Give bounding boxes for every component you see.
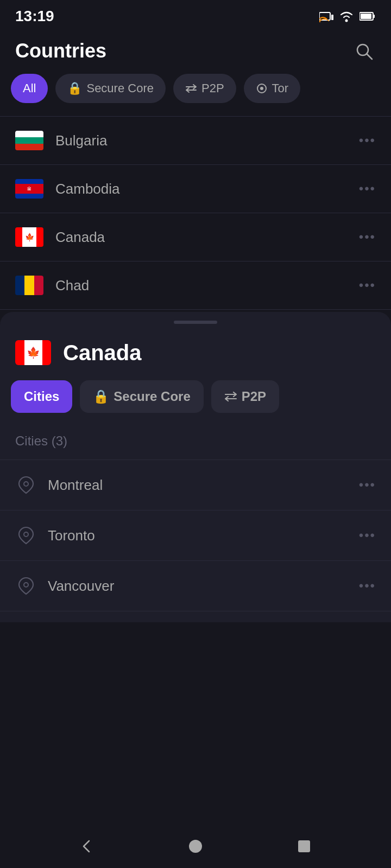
- tab-p2p-label: P2P: [201, 81, 224, 95]
- sheet-flag-canada: 🍁: [15, 340, 51, 365]
- lock-icon: 🔒: [67, 81, 82, 95]
- nav-bar: [0, 825, 391, 868]
- cities-list: Montreal ••• Toronto ••• Vancouver •••: [0, 459, 391, 611]
- back-arrow-icon: [79, 839, 94, 854]
- more-button-toronto[interactable]: •••: [359, 528, 376, 543]
- nav-back-button[interactable]: [73, 833, 100, 860]
- search-icon: [354, 41, 374, 61]
- nav-recents-button[interactable]: [291, 833, 318, 860]
- tor-icon: [256, 82, 268, 94]
- handle-bar: [174, 321, 217, 324]
- sheet-tab-cities[interactable]: Cities: [11, 380, 72, 413]
- sheet-tab-secure-core[interactable]: 🔒 Secure Core: [80, 380, 203, 413]
- more-button-chad[interactable]: •••: [359, 278, 376, 293]
- city-item-toronto[interactable]: Toronto •••: [0, 510, 391, 561]
- status-time: 13:19: [15, 8, 54, 25]
- sheet-tab-p2p-label: P2P: [242, 389, 266, 404]
- city-name-montreal: Montreal: [48, 477, 359, 494]
- flag-cambodia: 🏛: [15, 179, 43, 199]
- more-button-canada[interactable]: •••: [359, 229, 376, 245]
- tab-all-label: All: [23, 81, 36, 95]
- sheet-tab-cities-label: Cities: [24, 389, 59, 404]
- pin-icon-montreal: [15, 474, 37, 496]
- pin-icon-toronto: [15, 525, 37, 546]
- svg-rect-2: [331, 15, 333, 20]
- tab-secure-core[interactable]: 🔒 Secure Core: [55, 74, 166, 103]
- city-name-vancouver: Vancouver: [48, 578, 359, 595]
- filter-tabs: All 🔒 Secure Core P2P Tor: [0, 74, 391, 116]
- p2p-icon: [185, 84, 197, 93]
- sheet-country-name: Canada: [63, 341, 142, 365]
- page-header: Countries: [0, 30, 391, 74]
- home-circle-icon: [188, 839, 203, 854]
- svg-point-13: [24, 583, 28, 587]
- country-name-cambodia: Cambodia: [55, 181, 359, 197]
- flag-bulgaria: [15, 131, 43, 150]
- city-item-vancouver[interactable]: Vancouver •••: [0, 561, 391, 611]
- svg-point-10: [260, 87, 263, 90]
- more-button-cambodia[interactable]: •••: [359, 181, 376, 196]
- cities-section-label: Cities (3): [0, 428, 391, 459]
- country-list: Bulgaria ••• 🏛 Cambodia ••• 🍁 Canada •: [0, 116, 391, 310]
- sheet-tab-secure-core-label: Secure Core: [113, 389, 190, 404]
- sheet-p2p-icon: [224, 391, 237, 402]
- status-bar: 13:19: [0, 0, 391, 30]
- maple-leaf-icon: 🍁: [25, 233, 34, 241]
- sheet-country-header: 🍁 Canada: [0, 335, 391, 380]
- tab-tor-label: Tor: [272, 81, 289, 95]
- more-button-montreal[interactable]: •••: [359, 477, 376, 493]
- city-name-toronto: Toronto: [48, 527, 359, 544]
- svg-rect-5: [373, 15, 375, 18]
- wifi-icon: [339, 10, 354, 22]
- svg-rect-15: [298, 840, 310, 852]
- tab-tor[interactable]: Tor: [244, 74, 301, 103]
- country-item-canada[interactable]: 🍁 Canada •••: [0, 213, 391, 261]
- more-button-vancouver[interactable]: •••: [359, 578, 376, 593]
- tab-p2p[interactable]: P2P: [173, 74, 236, 103]
- battery-icon: [360, 11, 376, 21]
- country-item-bulgaria[interactable]: Bulgaria •••: [0, 117, 391, 165]
- bottom-sheet: 🍁 Canada Cities 🔒 Secure Core P2P Cities…: [0, 312, 391, 622]
- cities-count-label: Cities (3): [15, 433, 67, 448]
- more-button-bulgaria[interactable]: •••: [359, 133, 376, 148]
- city-item-montreal[interactable]: Montreal •••: [0, 460, 391, 510]
- country-name-canada: Canada: [55, 229, 359, 246]
- nav-home-button[interactable]: [182, 833, 209, 860]
- flag-chad: [15, 276, 43, 295]
- svg-rect-6: [361, 14, 371, 19]
- recents-square-icon: [297, 839, 311, 853]
- search-button[interactable]: [352, 39, 376, 63]
- status-icons: [319, 10, 376, 22]
- svg-point-11: [24, 482, 28, 486]
- country-item-cambodia[interactable]: 🏛 Cambodia •••: [0, 165, 391, 213]
- country-name-chad: Chad: [55, 277, 359, 294]
- country-name-bulgaria: Bulgaria: [55, 132, 359, 149]
- sheet-filter-tabs: Cities 🔒 Secure Core P2P: [0, 380, 391, 428]
- tab-all[interactable]: All: [11, 74, 48, 103]
- page-title: Countries: [15, 40, 106, 62]
- sheet-handle: [0, 312, 391, 335]
- sheet-lock-icon: 🔒: [93, 389, 109, 404]
- flag-canada: 🍁: [15, 227, 43, 247]
- country-item-chad[interactable]: Chad •••: [0, 261, 391, 310]
- svg-point-14: [189, 840, 202, 853]
- sheet-tab-p2p[interactable]: P2P: [211, 380, 279, 413]
- pin-icon-vancouver: [15, 575, 37, 597]
- svg-point-3: [345, 20, 348, 22]
- svg-point-12: [24, 532, 28, 537]
- cast-icon: [319, 10, 333, 22]
- tab-secure-core-label: Secure Core: [86, 81, 154, 95]
- sheet-maple-leaf-icon: 🍁: [27, 346, 40, 359]
- svg-line-8: [367, 54, 372, 59]
